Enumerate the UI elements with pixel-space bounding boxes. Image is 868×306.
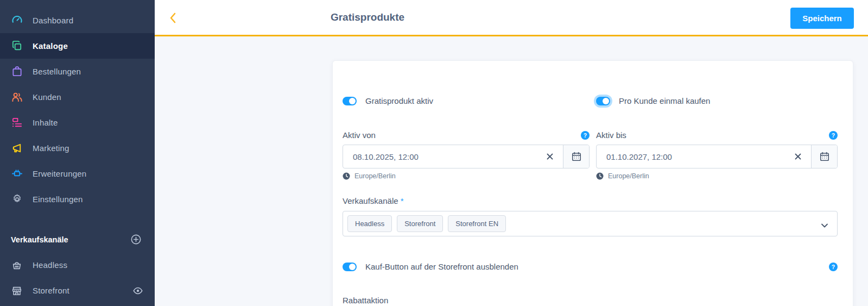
sidebar: Dashboard Kataloge Bestellungen Kunden: [0, 0, 155, 306]
aktiv-bis-label: Aktiv bis: [596, 130, 626, 140]
add-sales-channel-button[interactable]: [130, 234, 142, 246]
sidebar-item-label: Bestellungen: [33, 67, 81, 76]
timezone-row: Europe/Berlin: [343, 172, 590, 180]
aktiv-von-label: Aktiv von: [343, 130, 376, 140]
toggle-label: Pro Kunde einmal kaufen: [619, 96, 710, 105]
toggle-label: Gratisprodukt aktiv: [365, 96, 433, 105]
field-gratisprodukt-aktiv: Gratisprodukt aktiv: [343, 96, 590, 105]
visibility-eye-icon[interactable]: [132, 285, 144, 297]
sales-channels-label: Verkaufskanäle *: [343, 196, 404, 205]
catalog-icon: [11, 40, 23, 52]
timezone-label: Europe/Berlin: [608, 172, 649, 180]
sales-channels-section-label: Verkaufskanäle: [11, 235, 68, 244]
plug-icon: [11, 168, 23, 180]
sidebar-item-label: Storefront: [33, 286, 69, 295]
sidebar-item-storefront[interactable]: Storefront: [0, 278, 155, 303]
timezone-label: Europe/Berlin: [354, 172, 396, 180]
speedometer-icon: [11, 15, 23, 27]
sidebar-item-label: Kataloge: [33, 41, 68, 51]
field-label-row: Aktiv von ?: [343, 130, 590, 140]
gear-icon: [11, 193, 23, 205]
sidebar-item-kataloge[interactable]: Kataloge: [0, 33, 155, 59]
channel-tag[interactable]: Storefront: [397, 215, 443, 232]
toggle-label: Kauf-Button auf der Storefront ausblende…: [365, 262, 518, 271]
required-asterisk: *: [401, 196, 404, 205]
sidebar-item-label: Einstellungen: [33, 195, 83, 204]
basket-icon: [11, 259, 23, 271]
settings-card: Gratisprodukt aktiv Pro Kunde einmal kau…: [332, 60, 853, 306]
sidebar-item-label: Erweiterungen: [33, 169, 86, 178]
aktiv-bis-field: [596, 145, 838, 168]
field-pro-kunde-einmal: Pro Kunde einmal kaufen: [596, 96, 838, 105]
sidebar-item-marketing[interactable]: Marketing: [0, 135, 155, 161]
sidebar-item-inhalte[interactable]: Inhalte: [0, 110, 155, 135]
help-icon[interactable]: ?: [829, 263, 838, 271]
field-label-row: Aktiv bis ?: [596, 130, 838, 140]
sidebar-item-label: Headless: [33, 260, 67, 270]
megaphone-icon: [11, 142, 23, 154]
toggle-gratisprodukt-aktiv[interactable]: [343, 97, 357, 105]
rabattaktion-label: Rabattaktion: [343, 296, 837, 305]
timezone-row: Europe/Berlin: [596, 172, 838, 180]
toggle-hide-buy-button[interactable]: [343, 263, 357, 271]
sidebar-item-erweiterungen[interactable]: Erweiterungen: [0, 161, 155, 186]
sales-channels-section-header: Verkaufskanäle: [0, 227, 155, 252]
customers-icon: [11, 91, 23, 103]
sidebar-item-label: Marketing: [33, 143, 69, 153]
toggle-pro-kunde-einmal[interactable]: [596, 97, 610, 105]
clear-icon[interactable]: [793, 151, 803, 162]
storefront-icon: [11, 285, 23, 297]
shopping-bag-icon: [11, 66, 23, 78]
sidebar-item-label: Kunden: [33, 92, 61, 102]
save-button[interactable]: Speichern: [790, 8, 854, 29]
clock-icon: [343, 172, 350, 180]
sidebar-item-einstellungen[interactable]: Einstellungen: [0, 186, 155, 212]
main-content: Gratisprodukt aktiv Pro Kunde einmal kau…: [155, 36, 868, 306]
content-icon: [11, 117, 23, 129]
smart-bar: Gratisprodukte Speichern: [155, 0, 868, 36]
calendar-icon[interactable]: [811, 145, 837, 168]
sales-channels-label-row: Verkaufskanäle *: [343, 196, 837, 206]
clear-icon[interactable]: [544, 151, 555, 162]
help-icon[interactable]: ?: [829, 131, 838, 140]
field-hide-buy-button: Kauf-Button auf der Storefront ausblende…: [343, 262, 838, 271]
help-icon[interactable]: ?: [581, 131, 590, 140]
channel-tag[interactable]: Headless: [347, 215, 392, 232]
aktiv-von-field: [343, 145, 590, 168]
page-title: Gratisprodukte: [155, 0, 580, 35]
sidebar-item-kunden[interactable]: Kunden: [0, 84, 155, 110]
sidebar-item-headless[interactable]: Headless: [0, 252, 155, 278]
sidebar-item-dashboard[interactable]: Dashboard: [0, 8, 155, 33]
chevron-down-icon: [821, 221, 828, 230]
calendar-icon[interactable]: [563, 145, 589, 168]
sales-channels-select[interactable]: Headless Storefront Storefront EN: [343, 211, 838, 236]
sidebar-item-bestellungen[interactable]: Bestellungen: [0, 59, 155, 84]
aktiv-von-input[interactable]: [353, 152, 544, 161]
channel-tag[interactable]: Storefront EN: [448, 215, 506, 232]
aktiv-bis-input[interactable]: [606, 152, 793, 161]
clock-icon: [596, 172, 604, 180]
sidebar-item-label: Dashboard: [33, 16, 73, 25]
sidebar-item-label: Inhalte: [33, 118, 58, 127]
